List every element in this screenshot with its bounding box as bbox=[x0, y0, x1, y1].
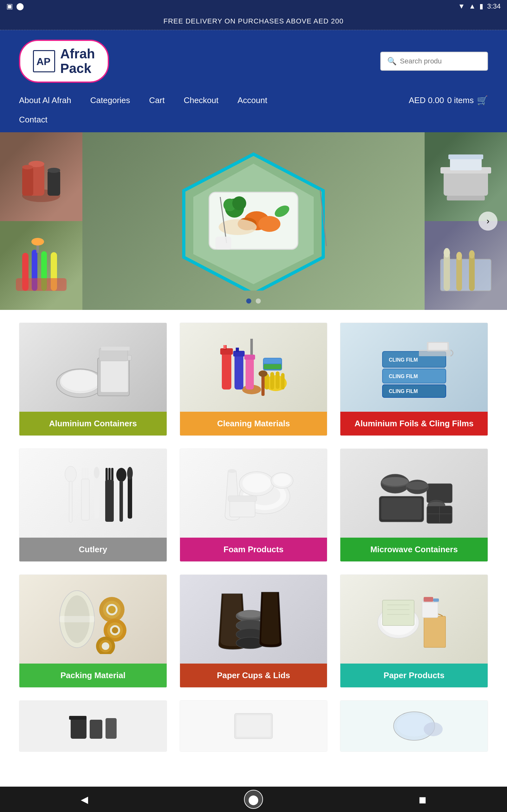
svg-rect-153 bbox=[90, 720, 102, 739]
svg-point-15 bbox=[258, 216, 280, 232]
svg-rect-87 bbox=[106, 468, 108, 481]
carousel-next-button[interactable]: › bbox=[478, 212, 498, 231]
svg-rect-92 bbox=[119, 480, 123, 522]
nav-about[interactable]: About Al Afrah bbox=[19, 92, 71, 108]
svg-rect-21 bbox=[216, 237, 231, 249]
product-card-aluminium-containers[interactable]: Aluminium Containers bbox=[19, 322, 167, 436]
circle-icon: ⬤ bbox=[16, 2, 24, 10]
product-card-cutlery[interactable]: Cutlery bbox=[19, 449, 167, 562]
product-card-paper-cups[interactable]: Paper Cups & Lids bbox=[180, 574, 328, 688]
product-card-paper-products[interactable]: Paper Products bbox=[340, 574, 488, 688]
product-image-microwave-containers bbox=[340, 449, 488, 538]
svg-point-126 bbox=[108, 606, 116, 613]
nav-categories[interactable]: Categories bbox=[90, 92, 130, 108]
svg-rect-144 bbox=[383, 600, 414, 625]
svg-rect-25 bbox=[450, 158, 482, 170]
back-button[interactable]: ◀ bbox=[75, 790, 94, 809]
cart-total: AED 0.00 bbox=[409, 96, 444, 105]
svg-point-79 bbox=[65, 466, 76, 482]
product-label-aluminium-foils: Aluminium Foils & Cling Films bbox=[340, 412, 488, 436]
svg-point-40 bbox=[469, 250, 475, 258]
nav-checkout[interactable]: Checkout bbox=[184, 92, 219, 108]
svg-rect-4 bbox=[48, 170, 60, 196]
svg-rect-102 bbox=[228, 496, 257, 502]
nav-cart[interactable]: Cart bbox=[149, 92, 165, 108]
svg-rect-157 bbox=[236, 715, 271, 737]
search-icon: 🔍 bbox=[387, 57, 397, 66]
product-label-cleaning-materials: Cleaning Materials bbox=[180, 412, 327, 436]
home-button[interactable]: ⬤ bbox=[244, 790, 263, 809]
product-label-microwave-containers: Microwave Containers bbox=[340, 538, 488, 561]
product-card-aluminium-foils[interactable]: CLING FILM CLING FILM CLING FILM Alumini… bbox=[340, 322, 488, 436]
logo-icon: AP bbox=[33, 50, 55, 72]
svg-rect-63 bbox=[276, 371, 279, 389]
svg-text:AP: AP bbox=[37, 56, 50, 67]
nav-account[interactable]: Account bbox=[238, 92, 268, 108]
svg-rect-68 bbox=[245, 358, 254, 390]
product-label-packing-material: Packing Material bbox=[19, 664, 167, 687]
svg-rect-78 bbox=[419, 350, 451, 356]
product-label-paper-cups: Paper Cups & Lids bbox=[180, 664, 327, 687]
svg-point-33 bbox=[32, 238, 44, 246]
carousel-dot-2[interactable] bbox=[256, 299, 261, 304]
svg-rect-35 bbox=[444, 253, 450, 291]
product-card-microwave-containers[interactable]: Microwave Containers bbox=[340, 449, 488, 562]
product-card-packing-material[interactable]: Packing Material bbox=[19, 574, 167, 688]
svg-rect-54 bbox=[234, 355, 243, 390]
svg-rect-6 bbox=[22, 167, 33, 196]
product-image-bottom-1 bbox=[19, 701, 167, 751]
svg-rect-84 bbox=[81, 479, 89, 520]
svg-rect-109 bbox=[428, 484, 452, 502]
svg-rect-82 bbox=[84, 468, 86, 480]
product-image-foam-products bbox=[180, 449, 327, 538]
svg-point-66 bbox=[259, 370, 268, 377]
product-image-aluminium-foils: CLING FILM CLING FILM CLING FILM bbox=[340, 323, 488, 412]
svg-rect-77 bbox=[429, 343, 447, 351]
search-input[interactable] bbox=[400, 57, 481, 65]
svg-point-130 bbox=[112, 627, 118, 633]
svg-point-43 bbox=[61, 370, 99, 391]
svg-point-100 bbox=[242, 473, 271, 493]
carousel-dot-1[interactable] bbox=[246, 299, 251, 304]
svg-point-13 bbox=[232, 196, 246, 210]
svg-rect-90 bbox=[105, 480, 114, 522]
svg-rect-148 bbox=[422, 600, 438, 618]
svg-rect-152 bbox=[71, 716, 87, 739]
product-label-cutlery: Cutlery bbox=[19, 538, 167, 561]
logo-text: Afrah Pack bbox=[60, 47, 95, 76]
svg-point-104 bbox=[273, 473, 291, 486]
product-card-foam-products[interactable]: Foam Products bbox=[180, 449, 328, 562]
svg-point-94 bbox=[127, 467, 133, 479]
search-box[interactable]: 🔍 bbox=[380, 52, 488, 71]
product-image-cutlery bbox=[19, 449, 167, 538]
svg-rect-31 bbox=[16, 278, 66, 291]
time-display: 3:34 bbox=[487, 2, 501, 10]
carousel-dots bbox=[246, 299, 261, 304]
header: AP Afrah Pack 🔍 bbox=[0, 30, 507, 92]
svg-point-5 bbox=[48, 168, 60, 173]
wifi-icon: ▼ bbox=[458, 2, 465, 10]
svg-text:CLING FILM: CLING FILM bbox=[389, 374, 418, 379]
svg-point-95 bbox=[228, 469, 236, 473]
svg-rect-81 bbox=[82, 468, 83, 480]
product-card-bottom-3[interactable] bbox=[340, 700, 488, 752]
status-left: ▣ ⬤ bbox=[6, 2, 24, 10]
product-image-packing-material bbox=[19, 575, 167, 664]
svg-rect-80 bbox=[69, 481, 72, 522]
logo[interactable]: AP Afrah Pack bbox=[19, 40, 109, 83]
product-card-bottom-2[interactable] bbox=[180, 700, 328, 752]
svg-rect-83 bbox=[87, 468, 89, 480]
svg-rect-62 bbox=[270, 372, 274, 390]
product-image-aluminium-containers bbox=[19, 323, 167, 412]
cart-items-count: 0 items bbox=[447, 96, 474, 105]
svg-rect-154 bbox=[106, 718, 117, 739]
product-card-bottom-1[interactable] bbox=[19, 700, 167, 752]
recents-button[interactable]: ◼ bbox=[413, 790, 432, 809]
product-label-paper-products: Paper Products bbox=[340, 664, 488, 687]
product-card-cleaning-materials[interactable]: Cleaning Materials bbox=[180, 322, 328, 436]
cart-icon[interactable]: 🛒 bbox=[477, 95, 488, 106]
svg-text:CLING FILM: CLING FILM bbox=[389, 357, 418, 362]
nav-contact[interactable]: Contact bbox=[19, 112, 48, 128]
svg-rect-39 bbox=[469, 254, 475, 291]
svg-point-160 bbox=[424, 722, 443, 736]
